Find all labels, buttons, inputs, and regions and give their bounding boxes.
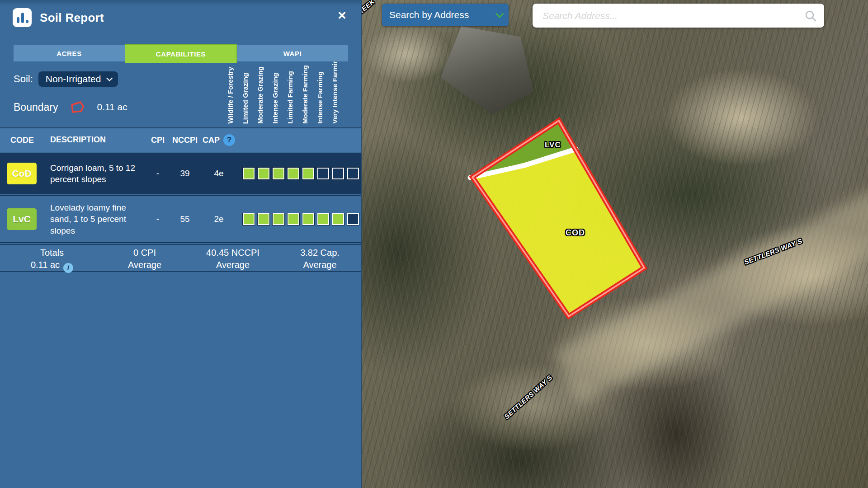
capability-square	[317, 213, 329, 225]
soil-description: Corrigan loam, 5 to 12 percent slopes	[50, 162, 149, 185]
capability-square	[258, 213, 269, 225]
capability-square	[347, 168, 359, 179]
capability-column-header: Very Intense Farming	[331, 61, 339, 124]
search-type-dropdown[interactable]: Search by Address	[382, 4, 509, 26]
chevron-down-icon	[495, 9, 504, 18]
tab-acres[interactable]: ACRES	[14, 45, 125, 61]
nccpi-value: 39	[171, 169, 198, 178]
soil-description: Lovelady loamy fine sand, 1 to 5 percent…	[50, 202, 149, 236]
totals-nccpi: 40.45 NCCPI Average	[181, 247, 285, 271]
capability-square	[243, 168, 255, 179]
totals-label: Totals	[40, 248, 64, 258]
parcel-label-cod: COD	[566, 228, 585, 238]
totals-area: Totals 0.11 aci	[14, 247, 90, 273]
address-search-container	[533, 4, 824, 28]
capability-square	[302, 213, 314, 225]
col-header-code: CODE	[7, 136, 37, 145]
totals-cpi-value: 0 CPI	[133, 248, 156, 258]
capability-squares	[243, 213, 359, 225]
search-type-label: Search by Address	[389, 9, 469, 20]
capability-square	[332, 168, 344, 179]
capability-square	[273, 213, 284, 225]
table-row: CoD Corrigan loam, 5 to 12 percent slope…	[0, 153, 362, 194]
info-icon[interactable]: i	[63, 263, 73, 273]
help-icon[interactable]: ?	[223, 134, 235, 146]
totals-row: Totals 0.11 aci 0 CPI Average 40.45 NCCP…	[0, 244, 362, 272]
cap-value: 2e	[198, 214, 239, 224]
capability-square	[288, 213, 299, 225]
capability-column-header: Limited Grazing	[241, 73, 249, 124]
totals-nccpi-sub: Average	[216, 260, 250, 270]
capability-column-header: Intense Farming	[316, 71, 324, 124]
totals-cpi: 0 CPI Average	[106, 247, 183, 271]
capability-column-headers: Wildlife / ForestryLimited GrazingModera…	[0, 61, 362, 125]
capability-square	[288, 168, 299, 179]
soil-code-badge: CoD	[7, 163, 37, 184]
capability-squares	[243, 168, 359, 179]
tab-bar: ACRES CAPABILITIES WAPI	[14, 45, 348, 61]
capability-square	[332, 213, 344, 225]
search-icon[interactable]	[804, 9, 817, 22]
address-search-input[interactable]	[542, 10, 804, 21]
tab-wapi[interactable]: WAPI	[237, 45, 348, 61]
panel-title: Soil Report	[40, 11, 104, 25]
tab-capabilities[interactable]: CAPABILITIES	[125, 44, 237, 63]
cap-value: 4e	[198, 169, 239, 178]
bar-chart-icon	[13, 8, 32, 27]
capability-square	[317, 168, 329, 179]
capability-square	[347, 213, 359, 225]
capability-square	[302, 168, 314, 179]
totals-area-value: 0.11 ac	[31, 260, 60, 270]
panel-header: Soil Report	[13, 8, 104, 27]
totals-cap-value: 3.82 Cap.	[300, 248, 340, 258]
capability-column-header: Moderate Farming	[301, 65, 309, 124]
table-header-row: CODE DESCRIPTION CPI NCCPI CAP ?	[0, 127, 362, 152]
totals-cap-sub: Average	[303, 260, 336, 270]
col-header-cpi: CPI	[149, 136, 167, 145]
soil-report-app: LVC COD SETTLERS WAY S SETTLERS WAY S CR…	[0, 0, 868, 488]
totals-cap: 3.82 Cap. Average	[283, 247, 357, 271]
nccpi-value: 55	[171, 214, 198, 224]
capability-column-header: Intense Grazing	[271, 73, 279, 124]
col-header-cap-label: CAP	[203, 136, 220, 145]
capability-square	[273, 168, 284, 179]
soil-code-badge: LvC	[7, 208, 37, 230]
totals-cpi-sub: Average	[128, 260, 161, 270]
col-header-cap: CAP ?	[198, 134, 239, 146]
table-row: LvC Lovelady loamy fine sand, 1 to 5 per…	[0, 195, 362, 243]
capability-square	[243, 213, 255, 225]
soil-report-panel: Soil Report ✕ ACRES CAPABILITIES WAPI So…	[0, 0, 362, 488]
col-header-description: DESCRIPTION	[50, 135, 149, 145]
parcel-label-lvc: LVC	[545, 141, 561, 150]
capability-column-header: Wildlife / Forestry	[226, 67, 234, 124]
capability-column-header: Moderate Grazing	[256, 66, 264, 124]
totals-nccpi-value: 40.45 NCCPI	[206, 248, 259, 258]
capability-square	[258, 168, 269, 179]
cpi-value: -	[149, 214, 167, 224]
col-header-nccpi: NCCPI	[171, 136, 198, 145]
capability-column-header: Limited Farming	[286, 71, 294, 124]
cpi-value: -	[149, 169, 167, 178]
close-icon[interactable]: ✕	[337, 9, 347, 22]
